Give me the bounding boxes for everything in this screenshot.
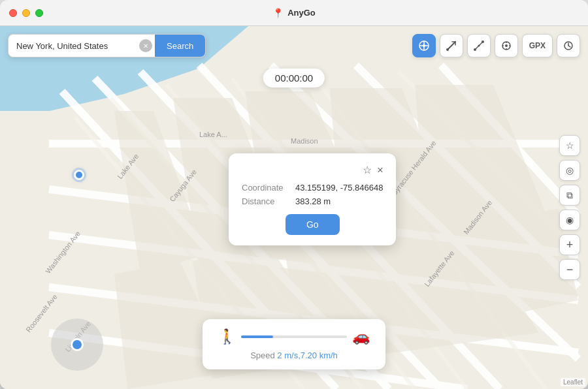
svg-line-60 (568, 46, 570, 47)
teleport-mode-button[interactable] (412, 34, 436, 57)
walk-icon: 🚶 (218, 328, 236, 345)
gpx-button[interactable]: GPX (522, 34, 553, 57)
location-dot (74, 170, 84, 180)
svg-text:Madison: Madison (291, 137, 318, 145)
coordinate-label: Coordinate (242, 183, 287, 193)
svg-point-51 (482, 40, 484, 43)
minimize-button[interactable] (22, 9, 30, 17)
coordinate-row: Coordinate 43.155199, -75.846648 (242, 183, 383, 193)
svg-point-47 (423, 44, 425, 47)
speed-slider-track[interactable] (241, 335, 347, 338)
popup-header: ☆ × (242, 164, 383, 176)
svg-text:Lake A...: Lake A... (199, 131, 227, 138)
compass-button[interactable]: ◎ (559, 160, 580, 181)
title-text: AnyGo (287, 8, 316, 18)
zoom-in-button[interactable]: + (559, 234, 580, 255)
close-button[interactable] (9, 9, 17, 17)
popup-favorite-button[interactable]: ☆ (363, 164, 372, 176)
maximize-button[interactable] (35, 9, 43, 17)
distance-value: 383.28 m (295, 196, 331, 206)
svg-text:Roosevelt Ave: Roosevelt Ave (24, 293, 59, 334)
go-button[interactable]: Go (286, 214, 340, 235)
speed-text: Speed 2 m/s,7.20 km/h (218, 350, 370, 360)
main-toolbar: ✕ Search (8, 34, 580, 57)
current-location-marker (72, 168, 86, 182)
timer-badge: 00:00:00 (263, 69, 325, 87)
speed-slider-fill (241, 335, 273, 338)
compass-center (71, 338, 84, 351)
search-container: ✕ Search (8, 34, 206, 57)
app-title: 📍 AnyGo (272, 8, 316, 18)
distance-row: Distance 383.28 m (242, 196, 383, 206)
svg-point-55 (509, 45, 510, 46)
history-button[interactable] (557, 34, 580, 57)
coordinate-value: 43.155199, -75.846648 (295, 183, 383, 193)
svg-point-56 (506, 42, 507, 43)
joystick-button[interactable] (495, 34, 518, 57)
compass-widget (51, 319, 103, 371)
titlebar: 📍 AnyGo (0, 0, 588, 26)
speed-icons-row: 🚶 🚗 (218, 328, 370, 345)
layers-button[interactable]: ⧉ (559, 185, 580, 206)
right-sidebar: ☆ ◎ ⧉ ◉ + − (559, 135, 580, 280)
speed-value: 2 m/s,7.20 km/h (277, 350, 337, 360)
svg-point-54 (502, 45, 504, 46)
timer-value: 00:00:00 (275, 72, 313, 84)
svg-point-49 (474, 48, 476, 51)
search-clear-button[interactable]: ✕ (139, 39, 152, 52)
multi-route-button[interactable] (467, 34, 491, 57)
toolbar-right-buttons: GPX (412, 34, 580, 57)
app-window: 📍 AnyGo (0, 0, 588, 389)
svg-point-57 (506, 48, 507, 50)
single-route-button[interactable] (440, 34, 463, 57)
search-input[interactable] (8, 41, 139, 51)
traffic-lights (9, 9, 43, 17)
zoom-out-button[interactable]: − (559, 259, 580, 280)
title-pin-icon: 📍 (272, 8, 284, 18)
popup-close-button[interactable]: × (377, 164, 383, 176)
search-button[interactable]: Search (155, 34, 205, 57)
my-location-button[interactable]: ◉ (559, 210, 580, 230)
svg-point-48 (446, 48, 449, 51)
distance-label: Distance (242, 196, 287, 206)
svg-point-53 (505, 44, 508, 47)
car-icon: 🚗 (352, 328, 370, 345)
favorite-button[interactable]: ☆ (559, 135, 580, 156)
svg-point-50 (478, 45, 480, 47)
map-area[interactable]: Lake Ave Cayuga Ave Onondaga Ave Onesca … (0, 26, 588, 389)
speed-panel: 🚶 🚗 Speed 2 m/s,7.20 km/h (203, 319, 385, 369)
location-info-popup: ☆ × Coordinate 43.155199, -75.846648 Dis… (229, 153, 396, 245)
speed-label: Speed (250, 350, 277, 360)
leaflet-attribution: Leaflet (561, 378, 585, 386)
